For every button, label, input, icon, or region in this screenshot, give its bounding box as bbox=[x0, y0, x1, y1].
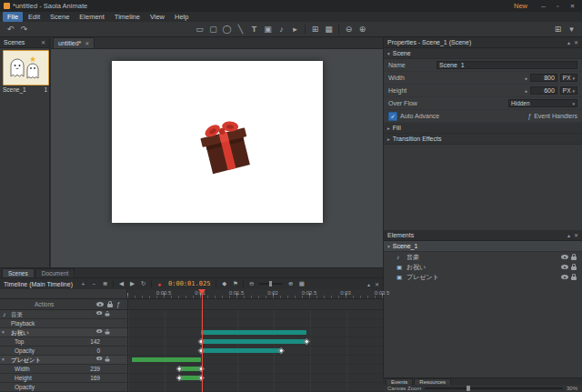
track-lane[interactable] bbox=[127, 328, 383, 337]
track-lane[interactable] bbox=[127, 356, 383, 364]
timeline-collapse-icon[interactable]: ▴ bbox=[367, 281, 370, 287]
properties-close-icon[interactable]: ✕ bbox=[574, 39, 578, 45]
track-value[interactable]: 0 bbox=[76, 347, 100, 355]
track-lane[interactable] bbox=[127, 374, 383, 382]
menu-edit[interactable]: Edit bbox=[24, 12, 45, 22]
lock-icon[interactable] bbox=[105, 358, 110, 361]
width-unit-select[interactable]: PX ▾ bbox=[560, 74, 577, 82]
timeline-track-7[interactable]: Width239 bbox=[0, 365, 383, 374]
link-dimensions-icon[interactable]: ● bbox=[525, 75, 527, 81]
rounded-rectangle-tool[interactable]: ▢ bbox=[206, 23, 220, 36]
panels-menu-icon[interactable]: ▾ bbox=[565, 23, 578, 36]
stage-canvas[interactable] bbox=[112, 61, 323, 223]
zoom-out-button[interactable]: ⊖ bbox=[342, 23, 356, 36]
track-value[interactable]: 239 bbox=[76, 365, 100, 373]
eye-icon[interactable] bbox=[561, 255, 568, 259]
collapse-icon[interactable]: ▾ bbox=[2, 328, 5, 337]
lock-icon[interactable] bbox=[571, 256, 577, 260]
height-input[interactable] bbox=[530, 86, 557, 95]
lock-icon[interactable] bbox=[571, 266, 577, 270]
timeline-track-2[interactable]: Playback bbox=[0, 319, 383, 328]
line-tool[interactable]: ╲ bbox=[234, 23, 247, 36]
playhead-handle[interactable] bbox=[198, 289, 206, 295]
go-to-start-button[interactable]: ◀ bbox=[116, 280, 126, 287]
tab-document[interactable]: Document bbox=[35, 268, 75, 277]
remove-animation-button[interactable]: − bbox=[89, 281, 99, 287]
tab-scenes[interactable]: Scenes bbox=[2, 268, 35, 277]
video-tool[interactable]: ▸ bbox=[288, 23, 302, 36]
timeline-track-9[interactable]: Opacity bbox=[0, 383, 383, 392]
collapse-icon[interactable]: ▾ bbox=[2, 356, 5, 364]
audio-tool[interactable]: ♪ bbox=[275, 23, 288, 36]
track-lane[interactable] bbox=[127, 365, 383, 373]
play-button[interactable]: ▶ bbox=[127, 280, 137, 287]
workspace-layout-button[interactable]: ⊞ bbox=[551, 23, 565, 36]
animation-bar[interactable] bbox=[132, 357, 201, 362]
eye-icon[interactable] bbox=[96, 329, 102, 333]
marker-flag-button[interactable]: ⚑ bbox=[230, 280, 240, 287]
eye-icon[interactable] bbox=[96, 357, 102, 360]
add-animation-button[interactable]: + bbox=[78, 281, 88, 287]
record-icon[interactable]: ● bbox=[155, 281, 165, 287]
timeline-track-5[interactable]: Opacity0 bbox=[0, 347, 383, 356]
scene-thumbnail[interactable] bbox=[3, 50, 49, 85]
canvas-zoom-thumb[interactable] bbox=[467, 386, 470, 391]
track-value[interactable]: 169 bbox=[76, 374, 100, 382]
auto-keyframe-button[interactable]: ◆ bbox=[219, 280, 229, 287]
track-lane[interactable] bbox=[127, 310, 383, 318]
eye-icon[interactable] bbox=[561, 265, 568, 269]
animation-bar[interactable] bbox=[201, 330, 306, 335]
scenes-close-icon[interactable]: ✕ bbox=[41, 39, 45, 45]
track-lane[interactable] bbox=[127, 319, 383, 327]
redo-button[interactable]: ↷ bbox=[17, 23, 31, 36]
menu-file[interactable]: File bbox=[3, 12, 23, 22]
properties-collapse-icon[interactable]: ▴ bbox=[567, 39, 570, 45]
eye-icon[interactable] bbox=[96, 311, 102, 315]
menu-help[interactable]: Help bbox=[170, 12, 193, 22]
event-handlers-button[interactable]: Event Handlers bbox=[534, 113, 577, 119]
track-lane[interactable] bbox=[127, 347, 383, 355]
menu-element[interactable]: Element bbox=[75, 12, 109, 22]
close-button[interactable]: ✕ bbox=[567, 3, 578, 10]
maximize-button[interactable]: ▫ bbox=[552, 3, 564, 9]
minimize-button[interactable]: ─ bbox=[537, 3, 549, 9]
height-unit-select[interactable]: PX ▾ bbox=[560, 86, 577, 95]
scene-name-input[interactable] bbox=[436, 61, 577, 69]
playhead-line[interactable] bbox=[202, 289, 203, 392]
timeline-track-1[interactable]: ♪音楽 bbox=[0, 310, 383, 319]
width-input[interactable] bbox=[530, 74, 557, 82]
zoom-in-button[interactable]: ⊕ bbox=[356, 23, 369, 36]
menu-scene[interactable]: Scene bbox=[45, 12, 74, 22]
grid-button[interactable]: ▦ bbox=[322, 23, 336, 36]
lock-icon[interactable] bbox=[105, 331, 110, 334]
timeline-ruler[interactable]: 0:00.50:010:01.50:020:02.50:030:03.5 bbox=[0, 289, 383, 299]
overflow-select[interactable]: Hidden ▾ bbox=[508, 99, 577, 107]
menu-view[interactable]: View bbox=[146, 12, 169, 22]
new-version-link[interactable]: New bbox=[514, 2, 527, 10]
timeline-zoom-slider[interactable] bbox=[259, 283, 283, 285]
image-tool[interactable]: ▣ bbox=[261, 23, 275, 36]
elements-close-icon[interactable]: ✕ bbox=[574, 232, 578, 238]
animation-bar[interactable] bbox=[201, 339, 306, 344]
timeline-zoom-thumb[interactable] bbox=[269, 281, 272, 286]
document-tab-close-icon[interactable]: ✕ bbox=[85, 40, 89, 46]
timeline-zoom-out-button[interactable]: ⊖ bbox=[246, 280, 256, 287]
canvas-zoom-slider[interactable] bbox=[425, 387, 563, 389]
link-dimensions-icon[interactable]: ● bbox=[525, 88, 527, 94]
rectangle-tool[interactable]: ▭ bbox=[193, 23, 206, 36]
auto-advance-checkbox[interactable]: ✓ bbox=[388, 112, 397, 121]
timeline-track-4[interactable]: Top142 bbox=[0, 337, 383, 347]
timeline-track-3[interactable]: ▾お祝い bbox=[0, 328, 383, 337]
undo-button[interactable]: ↶ bbox=[4, 23, 17, 36]
timeline-grid-button[interactable]: ▦ bbox=[296, 280, 306, 287]
timeline-track-6[interactable]: ▾プレゼント bbox=[0, 356, 383, 365]
timeline-list-button[interactable]: ≣ bbox=[100, 280, 110, 287]
element-item-3[interactable]: ▣プレゼント bbox=[384, 272, 582, 282]
timeline-track-8[interactable]: Height169 bbox=[0, 374, 383, 383]
track-value[interactable]: 142 bbox=[76, 337, 100, 346]
loop-button[interactable]: ↻ bbox=[138, 280, 148, 287]
group-button[interactable]: ⊞ bbox=[308, 23, 322, 36]
elements-root-scene[interactable]: ▾ Scene_1 bbox=[384, 241, 582, 252]
section-fill[interactable]: ▸ Fill bbox=[384, 123, 582, 134]
gift-box-artwork[interactable] bbox=[185, 108, 266, 186]
